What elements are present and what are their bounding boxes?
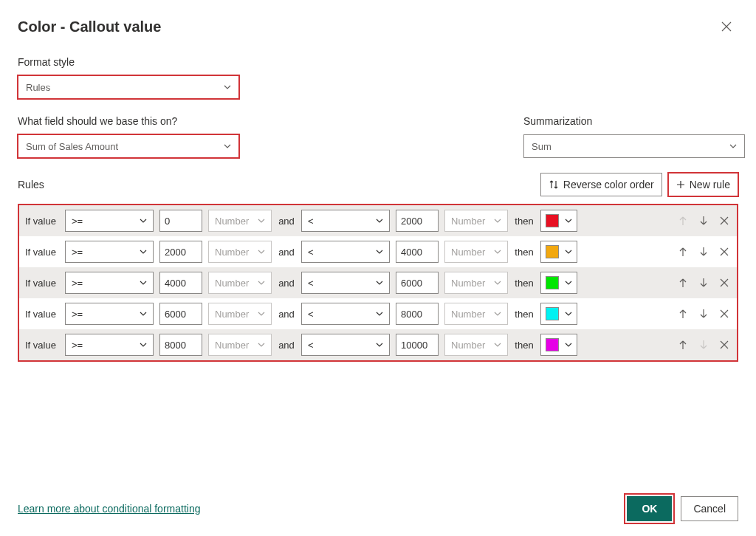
color-dropdown[interactable] [540, 241, 577, 263]
value1-input[interactable] [159, 210, 202, 232]
value1-input[interactable] [159, 303, 202, 325]
chevron-down-icon [258, 312, 265, 316]
delete-rule-button[interactable] [718, 276, 731, 289]
if-value-label: If value [25, 340, 59, 351]
operator2-dropdown[interactable]: < [301, 241, 390, 263]
operator1-dropdown[interactable]: >= [65, 241, 154, 263]
move-down-button[interactable] [697, 245, 710, 258]
chevron-down-icon [258, 281, 265, 285]
format-style-section: Format style Rules [18, 56, 738, 99]
if-value-label: If value [25, 278, 59, 289]
move-up-button [676, 214, 690, 227]
and-label: and [278, 247, 295, 258]
operator2-dropdown[interactable]: < [301, 210, 390, 232]
type1-dropdown[interactable]: Number [208, 303, 272, 325]
then-label: then [514, 216, 535, 227]
color-dropdown[interactable] [540, 272, 577, 294]
move-up-button[interactable] [676, 245, 690, 258]
value2-input[interactable] [396, 334, 439, 356]
rule-actions [676, 276, 731, 289]
rule-actions [676, 214, 731, 227]
learn-more-link[interactable]: Learn more about conditional formatting [18, 503, 200, 515]
if-value-label: If value [25, 309, 59, 320]
operator2-dropdown[interactable]: < [301, 334, 390, 356]
summarization-dropdown[interactable]: Sum [523, 134, 745, 158]
close-button[interactable] [715, 15, 738, 38]
color-swatch [546, 214, 559, 227]
value2-input[interactable] [396, 210, 439, 232]
color-dropdown[interactable] [540, 210, 577, 232]
value2-input[interactable] [396, 241, 439, 263]
color-swatch [546, 276, 559, 289]
rules-buttons: Reverse color order New rule [540, 173, 738, 196]
operator1-dropdown[interactable]: >= [65, 334, 154, 356]
type1-dropdown[interactable]: Number [208, 210, 272, 232]
rule-row: If value>=Numberand<Numberthen [19, 298, 737, 329]
then-label: then [514, 309, 535, 320]
move-up-button[interactable] [676, 307, 690, 320]
rules-label: Rules [18, 179, 44, 190]
color-swatch [546, 307, 559, 320]
and-label: and [278, 278, 295, 289]
format-style-dropdown[interactable]: Rules [18, 75, 239, 99]
chevron-down-icon [565, 250, 572, 254]
chevron-down-icon [376, 312, 383, 316]
delete-rule-button[interactable] [718, 245, 731, 258]
new-rule-button[interactable]: New rule [668, 173, 738, 196]
value2-input[interactable] [396, 303, 439, 325]
move-down-button[interactable] [697, 214, 710, 227]
chevron-down-icon [494, 281, 501, 285]
delete-rule-button[interactable] [718, 214, 731, 227]
rule-actions [676, 245, 731, 258]
chevron-down-icon [140, 219, 147, 223]
rule-row: If value>=Numberand<Numberthen [19, 267, 737, 298]
color-dropdown[interactable] [540, 303, 577, 325]
rule-row: If value>=Numberand<Numberthen [19, 236, 737, 267]
chevron-down-icon [258, 250, 265, 254]
type2-dropdown[interactable]: Number [444, 241, 508, 263]
delete-rule-button[interactable] [718, 307, 731, 320]
type1-dropdown[interactable]: Number [208, 334, 272, 356]
then-label: then [514, 340, 535, 351]
rules-header: Rules Reverse color order New rule [18, 173, 738, 196]
operator2-dropdown[interactable]: < [301, 303, 390, 325]
value2-input[interactable] [396, 272, 439, 294]
ok-button[interactable]: OK [627, 496, 672, 521]
summarization-section: Summarization Sum [523, 115, 745, 158]
move-up-button[interactable] [676, 276, 690, 289]
operator1-dropdown[interactable]: >= [65, 210, 154, 232]
cancel-button[interactable]: Cancel [681, 496, 738, 521]
chevron-down-icon [140, 281, 147, 285]
reverse-color-order-button[interactable]: Reverse color order [540, 173, 662, 196]
format-style-label: Format style [18, 56, 738, 68]
dialog-footer: Learn more about conditional formatting … [18, 481, 738, 521]
rule-row: If value>=Numberand<Numberthen [19, 205, 737, 236]
chevron-down-icon [494, 219, 501, 223]
type2-dropdown[interactable]: Number [444, 210, 508, 232]
operator1-dropdown[interactable]: >= [65, 303, 154, 325]
operator1-dropdown[interactable]: >= [65, 272, 154, 294]
type2-dropdown[interactable]: Number [444, 272, 508, 294]
delete-rule-button[interactable] [718, 338, 731, 351]
move-down-button[interactable] [697, 307, 710, 320]
chevron-down-icon [140, 250, 147, 254]
then-label: then [514, 278, 535, 289]
move-up-button[interactable] [676, 338, 690, 351]
type1-dropdown[interactable]: Number [208, 241, 272, 263]
value1-input[interactable] [159, 334, 202, 356]
value1-input[interactable] [159, 272, 202, 294]
based-on-dropdown[interactable]: Sum of Sales Amount [18, 134, 239, 158]
dialog-title: Color - Callout value [18, 18, 161, 35]
move-down-button[interactable] [697, 276, 710, 289]
type1-dropdown[interactable]: Number [208, 272, 272, 294]
color-dropdown[interactable] [540, 334, 577, 356]
type2-dropdown[interactable]: Number [444, 334, 508, 356]
summarization-value: Sum [532, 141, 551, 152]
operator2-dropdown[interactable]: < [301, 272, 390, 294]
field-summarization-row: What field should we base this on? Sum o… [18, 115, 738, 158]
value1-input[interactable] [159, 241, 202, 263]
type2-dropdown[interactable]: Number [444, 303, 508, 325]
then-label: then [514, 247, 535, 258]
chevron-down-icon [224, 85, 231, 89]
chevron-down-icon [565, 312, 572, 316]
